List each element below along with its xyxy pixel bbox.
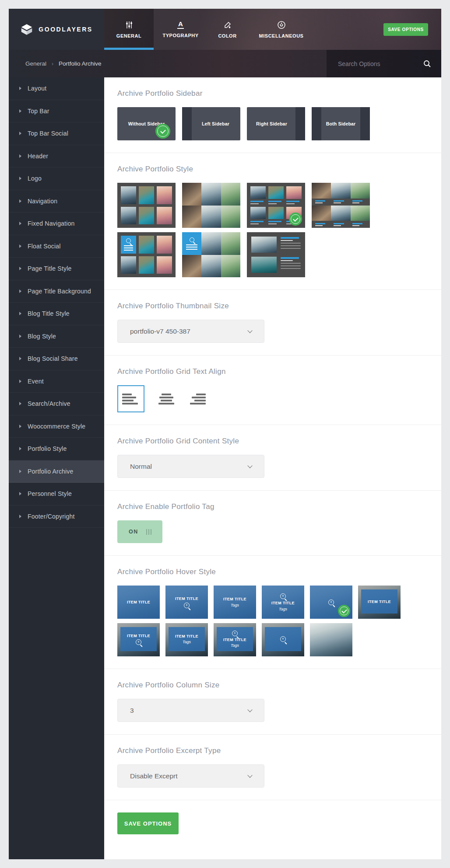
- style-option-grid-no-margin[interactable]: [182, 183, 240, 228]
- hover-option-inset-title-zoom[interactable]: ITEM TITLE+: [117, 623, 160, 656]
- tab-color[interactable]: COLOR: [207, 9, 247, 50]
- excerpt-type-select[interactable]: Disable Exceprt: [117, 764, 264, 788]
- hover-option-zoom-only-selected[interactable]: +: [310, 586, 352, 619]
- caret-right-icon: [19, 357, 21, 360]
- selected-check-icon: [338, 605, 350, 617]
- search-icon[interactable]: [423, 59, 432, 68]
- sidebar-item-float-social[interactable]: Float Social: [9, 235, 104, 258]
- goodlayers-logo-icon: [20, 24, 33, 35]
- sidebar-item-blog-social-share[interactable]: Blog Social Share: [9, 348, 104, 370]
- hover-option-inset-title-tags[interactable]: ITEM TITLETags: [165, 623, 208, 656]
- tags-label: Tags: [231, 643, 239, 648]
- chevron-down-icon: [247, 707, 252, 712]
- sidebar-item-page-title-style[interactable]: Page Title Style: [9, 258, 104, 280]
- sidebar-item-logo[interactable]: Logo: [9, 167, 104, 190]
- sidebar-item-label: Blog Social Share: [28, 355, 78, 362]
- sidebar-option-both[interactable]: Both Sidebar: [312, 107, 370, 140]
- sidebar-item-blog-title-style[interactable]: Blog Title Style: [9, 303, 104, 325]
- search-input[interactable]: [327, 60, 423, 67]
- sidebar-item-woocommerce-style[interactable]: Woocommerce Style: [9, 415, 104, 438]
- style-option-grid-margin[interactable]: [117, 183, 176, 228]
- sidebar-item-fixed-navigation[interactable]: Fixed Navigation: [9, 213, 104, 235]
- hover-option-inset-zoom-title-tags[interactable]: +ITEM TITLETags: [214, 623, 256, 656]
- hover-option-title-zoom[interactable]: ITEM TITLE+: [165, 586, 208, 619]
- zoom-icon: +: [280, 593, 286, 599]
- layout-option-label: Right Sidebar: [256, 121, 296, 126]
- sidebar-item-top-bar-social[interactable]: Top Bar Social: [9, 122, 104, 145]
- zoom-icon: +: [280, 636, 286, 642]
- section-title: Archive Enable Portfolio Tag: [117, 502, 426, 512]
- portfolio-tag-toggle[interactable]: ON: [117, 520, 162, 543]
- breadcrumb-bar: General › Portfolio Archive: [9, 50, 441, 77]
- hover-option-none[interactable]: [310, 623, 352, 656]
- sidebar-item-label: Top Bar Social: [28, 130, 68, 137]
- layout-option-label: Both Sidebar: [326, 121, 356, 126]
- breadcrumb-current: Portfolio Archive: [59, 60, 102, 67]
- breadcrumb-separator: ›: [52, 61, 53, 67]
- caret-right-icon: [19, 470, 21, 473]
- sidebar-item-label: Logo: [28, 175, 42, 182]
- caret-right-icon: [19, 380, 21, 383]
- caret-right-icon: [19, 199, 21, 203]
- caret-right-icon: [19, 267, 21, 270]
- save-options-button-bottom[interactable]: SAVE OPTIONS: [117, 812, 179, 834]
- sidebar-layout-options: Without Sidebar Left Sidebar Right Sideb…: [117, 107, 426, 140]
- sidebar-item-top-bar[interactable]: Top Bar: [9, 100, 104, 123]
- header: GOODLAYERS GENERAL A TYPOGRAPHY COLOR: [9, 9, 441, 50]
- sidebar-item-page-title-background[interactable]: Page Title Background: [9, 280, 104, 303]
- tab-general[interactable]: GENERAL: [104, 9, 154, 50]
- column-size-select[interactable]: 3: [117, 699, 264, 722]
- hover-tiles-row-2: ITEM TITLE+ ITEM TITLETags +ITEM TITLETa…: [117, 623, 426, 656]
- hover-option-inset-title[interactable]: ITEM TITLE: [358, 586, 401, 619]
- sidebar-item-blog-style[interactable]: Blog Style: [9, 325, 104, 348]
- sidebar-item-label: Footer/Copyright: [28, 513, 74, 520]
- sidebar-item-search-archive[interactable]: Search/Archive: [9, 393, 104, 415]
- tab-miscellaneous[interactable]: MISCELLANEOUS: [247, 9, 315, 50]
- align-right-icon[interactable]: [188, 394, 206, 404]
- item-title-label: ITEM TITLE: [175, 634, 198, 638]
- thumbnail-size-select[interactable]: portfolio-v7 450-387: [117, 320, 264, 343]
- sidebar-item-personnel-style[interactable]: Personnel Style: [9, 483, 104, 505]
- align-left-option-selected[interactable]: [117, 385, 144, 412]
- sidebar-item-portfolio-style[interactable]: Portfolio Style: [9, 438, 104, 460]
- section-column-size: Archive Portfolio Column Size 3: [104, 669, 441, 735]
- hover-option-title-tags[interactable]: ITEM TITLETags: [214, 586, 256, 619]
- sidebar-item-footer-copyright[interactable]: Footer/Copyright: [9, 505, 104, 528]
- sidebar-item-event[interactable]: Event: [9, 370, 104, 393]
- sidebar-item-portfolio-archive[interactable]: Portfolio Archive: [9, 460, 104, 483]
- sidebar-option-none[interactable]: Without Sidebar: [117, 107, 176, 140]
- caret-right-icon: [19, 177, 21, 180]
- sidebar-option-right[interactable]: Right Sidebar: [247, 107, 305, 140]
- section-title: Archive Portfolio Column Size: [117, 680, 426, 690]
- section-title: Archive Portfolio Grid Content Style: [117, 436, 426, 446]
- save-options-button-top[interactable]: SAVE OPTIONS: [383, 23, 428, 36]
- item-title-label: ITEM TITLE: [175, 596, 198, 601]
- section-hover-style: Archive Portfolio Hover Style ITEM TITLE…: [104, 556, 441, 669]
- sidebar-item-label: Blog Style: [28, 333, 56, 340]
- tags-label: Tags: [183, 640, 191, 644]
- item-title-label: ITEM TITLE: [368, 600, 391, 604]
- sidebar-item-layout[interactable]: Layout: [9, 77, 104, 100]
- tab-typography[interactable]: A TYPOGRAPHY: [154, 9, 207, 50]
- style-option-list-medium[interactable]: [247, 232, 305, 277]
- style-option-full-title[interactable]: [312, 183, 370, 228]
- style-option-grid-feature[interactable]: [117, 232, 176, 277]
- hover-option-zoom-title-tags[interactable]: +ITEM TITLETags: [262, 586, 304, 619]
- sidebar-option-left[interactable]: Left Sidebar: [182, 107, 240, 140]
- selected-value: portfolio-v7 450-387: [130, 328, 190, 335]
- sidebar-item-navigation[interactable]: Navigation: [9, 190, 104, 213]
- style-option-grid-title-selected[interactable]: [247, 183, 305, 228]
- hover-option-title[interactable]: ITEM TITLE: [117, 586, 160, 619]
- sidebar-item-label: Woocommerce Style: [28, 423, 85, 430]
- style-option-full-feature[interactable]: [182, 232, 240, 277]
- content-style-select[interactable]: Normal: [117, 455, 264, 478]
- breadcrumb-parent[interactable]: General: [25, 60, 46, 67]
- item-title-label: ITEM TITLE: [127, 634, 150, 638]
- sidebar-item-header[interactable]: Header: [9, 145, 104, 168]
- sidebar-item-label: Page Title Background: [28, 288, 91, 295]
- item-title-label: ITEM TITLE: [223, 597, 246, 601]
- align-center-icon[interactable]: [158, 394, 175, 404]
- tab-label: TYPOGRAPHY: [162, 33, 198, 38]
- hover-option-inset-zoom[interactable]: +: [262, 623, 304, 656]
- section-enable-portfolio-tag: Archive Enable Portfolio Tag ON: [104, 491, 441, 556]
